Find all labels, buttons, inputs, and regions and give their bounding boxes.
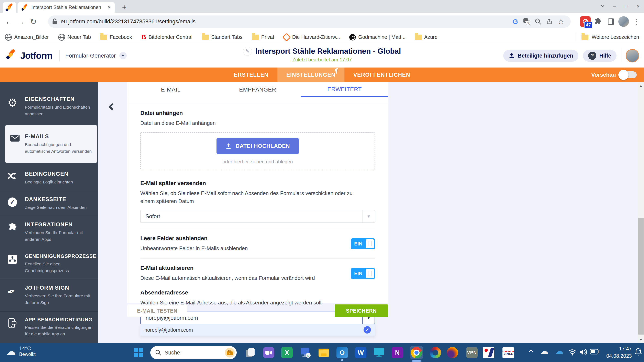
translate-icon[interactable]: G文: [521, 16, 532, 27]
taskbar-weather-widget[interactable]: ☁ 14°C Bewölkt: [6, 345, 36, 357]
side-panel-icon[interactable]: [605, 16, 617, 27]
chevron-down-icon[interactable]: [119, 52, 127, 59]
back-icon[interactable]: ←: [3, 15, 15, 28]
test-email-button[interactable]: E-MAIL TESTEN: [127, 304, 187, 317]
browser-swirl-icon[interactable]: [429, 346, 442, 359]
wifi-icon[interactable]: [568, 349, 576, 356]
intersport-app-icon[interactable]: [482, 346, 495, 359]
bookmark-star-icon[interactable]: ☆: [555, 16, 566, 27]
tab-empfaenger[interactable]: EMPFÄNGER: [214, 82, 301, 97]
sidebar-item-app-benachrichtigung[interactable]: APP-BENACHRICHTIGUNG Passen Sie die Bena…: [0, 312, 98, 343]
firefox-icon[interactable]: [446, 346, 459, 359]
cloud-icon: ☁: [6, 346, 16, 357]
save-button[interactable]: SPEICHERN: [335, 304, 388, 317]
brand-name[interactable]: Jotform: [20, 51, 52, 61]
onedrive-icon[interactable]: ☁: [540, 346, 548, 356]
forward-icon[interactable]: →: [15, 15, 27, 28]
product-switcher-label[interactable]: Formular-Generator: [66, 52, 116, 59]
active-tab[interactable]: Intersport Stähle Reklamationen ×: [18, 2, 115, 13]
maximize-button[interactable]: □: [620, 0, 632, 13]
sidebar-item-genehmigungsprozesse[interactable]: GENEHMIGUNGSPROZESSE Erstellen Sie einen…: [0, 248, 98, 279]
tab-erweitert[interactable]: ERWEITERT: [301, 82, 388, 97]
bookmark-folder[interactable]: Standart Tabs: [202, 34, 242, 40]
file-dropzone[interactable]: DATEI HOCHLADEN oder hierher ziehen und …: [140, 132, 375, 170]
onenote-icon[interactable]: N: [391, 346, 404, 359]
edit-title-icon[interactable]: ✎: [243, 47, 252, 56]
reload-icon[interactable]: ↻: [27, 15, 40, 28]
pinned-tab-jotform[interactable]: [3, 2, 16, 13]
word-icon[interactable]: W: [354, 346, 367, 359]
svg-text:x: x: [307, 354, 309, 357]
form-title[interactable]: Intersport Stähle Reklamationen - Global: [255, 47, 401, 55]
bookmark-folder[interactable]: Azure: [415, 34, 438, 40]
send-later-select[interactable]: Sofort ▼: [140, 210, 375, 223]
address-bar[interactable]: eu.jotform.com/build/232131747858361/set…: [48, 15, 571, 28]
excel-icon[interactable]: X: [280, 346, 294, 359]
scroll-down-icon[interactable]: ▼: [638, 336, 644, 343]
more-bookmarks[interactable]: Weitere Lesezeichen: [576, 33, 639, 41]
preview-toggle[interactable]: [619, 71, 637, 78]
collapse-panel-button[interactable]: [105, 100, 119, 114]
browser-profile-avatar[interactable]: [618, 16, 629, 27]
sidebar-item-eigenschaften[interactable]: ⚙ EIGENSCHAFTEN Formularstatus und Eigen…: [0, 91, 98, 122]
sidebar-item-jotform-sign[interactable]: ✒ JOTFORM SIGN Verbessern Sie Ihre Formu…: [0, 279, 98, 311]
upload-file-button[interactable]: DATEI HOCHLADEN: [216, 138, 299, 154]
chrome-icon-active[interactable]: [410, 346, 423, 359]
scroll-up-icon[interactable]: ▲: [638, 82, 644, 89]
page-scrollbar[interactable]: ▲ ▼: [638, 82, 644, 343]
tab-veroeffentlichen[interactable]: VERÖFFENTLICHEN: [344, 67, 419, 82]
file-explorer-icon[interactable]: [317, 346, 330, 359]
display-icon[interactable]: [372, 346, 386, 359]
divider: [621, 49, 621, 63]
tab-email[interactable]: E-MAIL: [127, 82, 214, 97]
remote-desktop-icon[interactable]: x: [299, 346, 312, 359]
battery-icon[interactable]: [590, 349, 600, 355]
vpn-icon[interactable]: VPN: [466, 346, 478, 359]
bookmark-item[interactable]: Neuer Tab: [58, 34, 91, 41]
help-label: Hilfe: [599, 53, 611, 59]
sidebar-item-integrationen[interactable]: INTEGRATIONEN Verbinden Sie Ihr Formular…: [0, 216, 98, 248]
bookmark-item[interactable]: Amazon_Bilder: [5, 34, 49, 41]
hide-empty-toggle[interactable]: EIN: [351, 238, 375, 249]
update-email-toggle[interactable]: EIN: [351, 268, 375, 279]
tab-einstellungen[interactable]: EINSTELLUNGEN: [278, 67, 344, 82]
share-icon[interactable]: [544, 16, 555, 27]
onedrive-cloud-icon[interactable]: ☁: [555, 346, 563, 356]
taskbar-search[interactable]: Suche: [150, 346, 237, 359]
scrollbar-thumb[interactable]: [638, 218, 644, 335]
tray-expand-icon[interactable]: [530, 350, 532, 354]
jotform-logo[interactable]: [6, 49, 19, 62]
chat-icon[interactable]: [262, 346, 275, 359]
bookmark-item[interactable]: Die Harvard-Zitierw...: [284, 34, 340, 40]
bookmark-folder[interactable]: Facebook: [100, 34, 132, 40]
google-icon[interactable]: G: [510, 16, 521, 27]
tab-close-icon[interactable]: ×: [107, 4, 112, 10]
widgets-icon[interactable]: [244, 346, 257, 359]
zoom-icon[interactable]: [532, 16, 544, 27]
sidebar-item-dankesseite[interactable]: ✓ DANKESSEITE Zeige Seite nach dem Absen…: [0, 191, 98, 216]
notification-bell-icon[interactable]: z: [634, 348, 642, 357]
browser-menu-icon[interactable]: ⋮: [630, 16, 642, 27]
sidebar-item-bedingungen[interactable]: BEDINGUNGEN Bedingte Logik einrichten: [0, 166, 98, 191]
close-button[interactable]: ×: [632, 0, 644, 13]
add-collaborators-button[interactable]: Beteiligte hinzufügen: [503, 50, 578, 62]
taskbar-clock[interactable]: 17:47 04.08.2023: [606, 345, 632, 360]
intersport-staehle-icon[interactable]: INTERSPORTSTÄHLE: [502, 346, 515, 359]
minimize-button[interactable]: –: [608, 0, 620, 13]
outlook-icon[interactable]: O: [336, 346, 349, 359]
tab-erstellen[interactable]: ERSTELLEN: [225, 67, 278, 82]
volume-icon[interactable]: [579, 349, 588, 356]
bookmark-item[interactable]: BBitdefender Central: [141, 33, 192, 41]
bookmark-item[interactable]: Godmachine | Mad...: [349, 34, 406, 40]
user-avatar[interactable]: [626, 49, 639, 62]
question-icon: ?: [588, 52, 596, 60]
new-tab-button[interactable]: +: [120, 3, 129, 12]
start-button[interactable]: [134, 348, 143, 357]
tab-search-icon[interactable]: [597, 0, 608, 13]
sender-option-row[interactable]: noreply@jotform.com ✓: [140, 324, 375, 336]
help-button[interactable]: ? Hilfe: [583, 50, 616, 62]
bookmark-folder[interactable]: Privat: [252, 34, 274, 40]
adblock-extension-icon[interactable]: 47: [580, 16, 591, 27]
extensions-puzzle-icon[interactable]: [592, 16, 604, 27]
sidebar-item-emails[interactable]: E-MAILS Benachrichtigungen und automatis…: [5, 125, 97, 163]
